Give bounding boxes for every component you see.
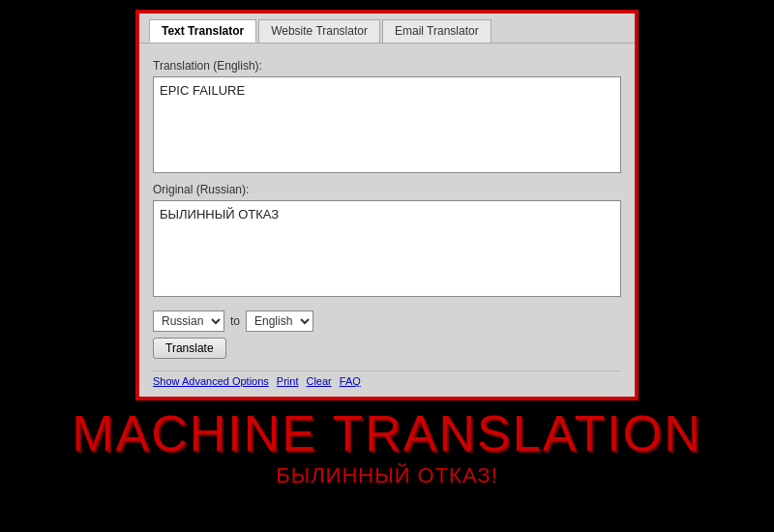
tab-text-translator[interactable]: Text Translator xyxy=(149,19,256,43)
translation-label: Translation (English): xyxy=(153,59,621,73)
language-row: Russian to English xyxy=(153,310,621,332)
from-language-select[interactable]: Russian xyxy=(153,310,224,332)
tab-email-translator[interactable]: Email Translator xyxy=(382,19,491,43)
to-label: to xyxy=(230,314,240,328)
original-label: Original (Russian): xyxy=(153,183,621,196)
tabs-bar: Text Translator Website Translator Email… xyxy=(139,14,635,44)
bottom-text-area: MACHINE TRANSLATION БЫЛИННЫЙ ОТКАЗ! xyxy=(0,406,774,488)
russian-subtitle: БЫЛИННЫЙ ОТКАЗ! xyxy=(0,463,774,488)
original-textarea[interactable] xyxy=(153,200,621,297)
show-advanced-options-link[interactable]: Show Advanced Options xyxy=(153,375,269,387)
machine-translation-title: MACHINE TRANSLATION xyxy=(0,406,774,461)
translate-button[interactable]: Translate xyxy=(153,338,226,359)
translator-panel: Text Translator Website Translator Email… xyxy=(135,10,639,400)
clear-link[interactable]: Clear xyxy=(306,375,331,387)
footer-links: Show Advanced Options Print Clear FAQ xyxy=(153,370,621,387)
faq-link[interactable]: FAQ xyxy=(340,375,361,387)
content-area: Translation (English): Original (Russian… xyxy=(139,44,635,397)
tab-website-translator[interactable]: Website Translator xyxy=(258,19,380,43)
print-link[interactable]: Print xyxy=(277,375,299,387)
translation-textarea[interactable] xyxy=(153,76,621,173)
to-language-select[interactable]: English xyxy=(246,310,313,332)
